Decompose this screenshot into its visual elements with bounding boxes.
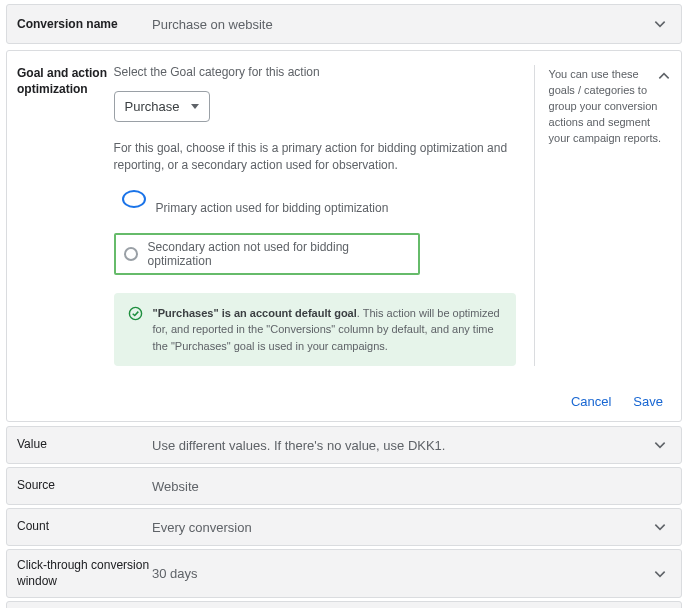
settings-row-label: Click-through conversion window	[17, 558, 152, 589]
goal-help-text: You can use these goals / categories to …	[549, 68, 662, 144]
settings-row: SourceWebsite	[6, 467, 682, 505]
settings-row[interactable]: CountEvery conversion	[6, 508, 682, 546]
radio-button-icon	[122, 190, 146, 208]
goal-info-tip: "Purchases" is an account default goal. …	[114, 293, 516, 367]
radio-button-icon	[124, 247, 138, 261]
settings-row-label: Count	[17, 519, 152, 535]
goal-intro: Select the Goal category for this action	[114, 65, 516, 79]
section-goal-optimization: Goal and action optimization Select the …	[6, 50, 682, 422]
dropdown-triangle-icon	[191, 104, 199, 109]
goal-description: For this goal, choose if this is a prima…	[114, 140, 514, 175]
conversion-name-label: Conversion name	[17, 17, 152, 31]
goal-category-value: Purchase	[125, 99, 180, 114]
chevron-down-icon	[651, 436, 669, 454]
settings-row-value: 30 days	[152, 566, 651, 581]
radio-secondary-label: Secondary action not used for bidding op…	[148, 240, 410, 268]
goal-actions: Cancel Save	[7, 382, 681, 421]
settings-row[interactable]: Click-through conversion window30 days	[6, 549, 682, 598]
settings-row[interactable]: ValueUse different values. If there's no…	[6, 426, 682, 464]
cancel-button[interactable]: Cancel	[571, 394, 611, 409]
goal-help-sidebar: You can use these goals / categories to …	[534, 65, 669, 366]
radio-secondary-action[interactable]: Secondary action not used for bidding op…	[114, 233, 420, 275]
chevron-down-icon	[651, 518, 669, 536]
settings-row-value: Website	[152, 479, 651, 494]
settings-row-label: Source	[17, 478, 152, 494]
goal-category-select[interactable]: Purchase	[114, 91, 211, 122]
check-circle-icon	[128, 306, 143, 355]
settings-row[interactable]: Engaged-view conversion window3 days	[6, 601, 682, 608]
settings-row-label: Value	[17, 437, 152, 453]
chevron-down-icon	[651, 565, 669, 583]
section-conversion-name[interactable]: Conversion name Purchase on website	[6, 4, 682, 44]
radio-primary-label: Primary action used for bidding optimiza…	[156, 201, 389, 215]
chevron-up-icon[interactable]	[655, 67, 673, 85]
settings-list: ValueUse different values. If there's no…	[6, 426, 682, 608]
settings-row-value: Use different values. If there's no valu…	[152, 438, 651, 453]
conversion-name-value: Purchase on website	[152, 17, 651, 32]
goal-section-label: Goal and action optimization	[17, 65, 114, 366]
chevron-down-icon	[651, 15, 669, 33]
settings-row-value: Every conversion	[152, 520, 651, 535]
radio-primary-action[interactable]: Primary action used for bidding optimiza…	[114, 185, 516, 231]
goal-tip-text: "Purchases" is an account default goal. …	[153, 305, 502, 355]
save-button[interactable]: Save	[633, 394, 663, 409]
